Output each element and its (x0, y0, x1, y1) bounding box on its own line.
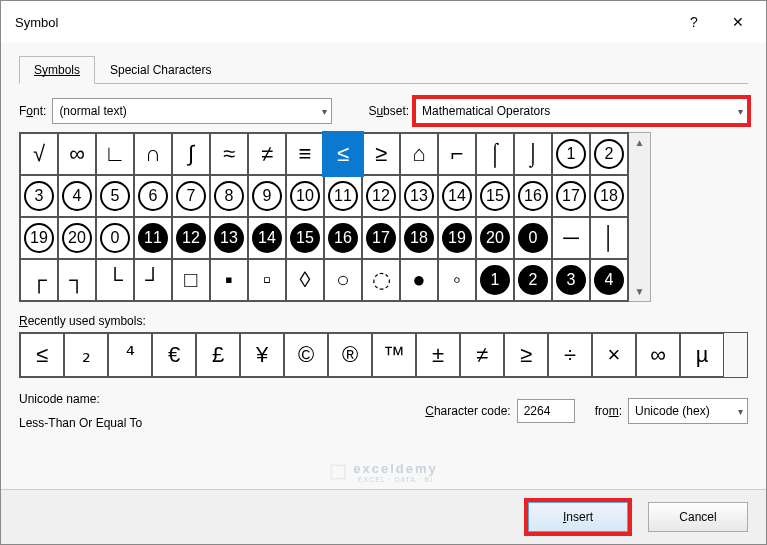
symbol-cell[interactable]: ≤ (324, 133, 362, 175)
symbol-cell[interactable]: 11 (134, 217, 172, 259)
recent-symbol-cell[interactable]: ⁴ (108, 333, 152, 377)
scrollbar[interactable]: ▲ ▼ (629, 132, 651, 302)
symbol-cell[interactable]: ● (400, 259, 438, 301)
scroll-down-icon[interactable]: ▼ (635, 286, 645, 297)
symbol-cell[interactable]: └ (96, 259, 134, 301)
symbol-cell[interactable]: 15 (476, 175, 514, 217)
recent-symbol-cell[interactable]: © (284, 333, 328, 377)
help-button[interactable]: ? (672, 9, 716, 35)
recent-symbol-cell[interactable]: ¥ (240, 333, 284, 377)
recent-symbol-cell[interactable]: µ (680, 333, 724, 377)
symbol-cell[interactable]: ┘ (134, 259, 172, 301)
symbol-cell[interactable]: │ (590, 217, 628, 259)
recent-symbol-cell[interactable]: € (152, 333, 196, 377)
symbol-cell[interactable]: 1 (552, 133, 590, 175)
symbol-cell[interactable]: 9 (248, 175, 286, 217)
symbol-cell[interactable]: 12 (362, 175, 400, 217)
tab-special-characters[interactable]: Special Characters (95, 56, 226, 84)
recent-symbol-cell[interactable]: ± (416, 333, 460, 377)
recent-symbol-cell[interactable]: ® (328, 333, 372, 377)
tab-symbols-label: Symbols (34, 63, 80, 77)
symbol-cell[interactable]: ≈ (210, 133, 248, 175)
symbol-cell[interactable]: ≥ (362, 133, 400, 175)
recent-symbol-cell[interactable]: ≠ (460, 333, 504, 377)
symbol-cell[interactable]: ▫ (248, 259, 286, 301)
recent-symbol-cell[interactable]: ≤ (20, 333, 64, 377)
symbol-cell[interactable]: ∩ (134, 133, 172, 175)
symbol-cell[interactable]: ┐ (58, 259, 96, 301)
symbol-cell[interactable]: ─ (552, 217, 590, 259)
symbol-cell[interactable]: ○ (324, 259, 362, 301)
symbol-cell[interactable]: 12 (172, 217, 210, 259)
insert-button[interactable]: Insert (528, 502, 628, 532)
symbol-cell[interactable]: 4 (58, 175, 96, 217)
symbol-cell[interactable]: 5 (96, 175, 134, 217)
font-subset-row: Font: (normal text) ▾ Subset: Mathematic… (19, 98, 748, 124)
subset-combo[interactable]: Mathematical Operators ▾ (415, 98, 748, 124)
symbol-cell[interactable]: 14 (438, 175, 476, 217)
recent-symbol-cell[interactable]: ÷ (548, 333, 592, 377)
recent-symbol-cell[interactable]: ™ (372, 333, 416, 377)
symbol-cell[interactable]: 20 (58, 217, 96, 259)
symbol-cell[interactable]: 6 (134, 175, 172, 217)
symbol-cell[interactable]: ≡ (286, 133, 324, 175)
symbol-cell[interactable]: ┌ (20, 259, 58, 301)
symbol-cell[interactable]: 2 (590, 133, 628, 175)
symbol-cell[interactable]: 11 (324, 175, 362, 217)
recent-symbol-cell[interactable]: ≥ (504, 333, 548, 377)
font-combo[interactable]: (normal text) ▾ (52, 98, 332, 124)
symbol-cell[interactable]: ▪ (210, 259, 248, 301)
symbol-cell[interactable]: 19 (20, 217, 58, 259)
symbol-cell[interactable]: 18 (400, 217, 438, 259)
char-code-input[interactable]: 2264 (517, 399, 575, 423)
symbol-cell[interactable]: 3 (552, 259, 590, 301)
symbol-cell[interactable]: 0 (96, 217, 134, 259)
symbol-cell[interactable]: ∫ (172, 133, 210, 175)
symbol-cell[interactable]: ∞ (58, 133, 96, 175)
symbol-cell[interactable]: 18 (590, 175, 628, 217)
symbol-cell[interactable]: 2 (514, 259, 552, 301)
scroll-up-icon[interactable]: ▲ (635, 137, 645, 148)
symbol-cell[interactable]: ⌡ (514, 133, 552, 175)
symbol-cell[interactable]: ⌐ (438, 133, 476, 175)
symbol-cell[interactable]: ≠ (248, 133, 286, 175)
recent-symbol-cell[interactable]: ∞ (636, 333, 680, 377)
symbol-cell[interactable]: 3 (20, 175, 58, 217)
symbol-cell[interactable]: 13 (210, 217, 248, 259)
symbol-cell[interactable]: 16 (324, 217, 362, 259)
symbol-cell[interactable]: 7 (172, 175, 210, 217)
recent-label: Recently used symbols: (19, 314, 748, 328)
unicode-name-value: Less-Than Or Equal To (19, 416, 395, 430)
symbol-cell[interactable]: √ (20, 133, 58, 175)
from-combo[interactable]: Unicode (hex) ▾ (628, 398, 748, 424)
symbol-cell[interactable]: 10 (286, 175, 324, 217)
symbol-cell[interactable]: ⌠ (476, 133, 514, 175)
symbol-cell[interactable]: 14 (248, 217, 286, 259)
bottom-row: Unicode name: Less-Than Or Equal To Char… (19, 392, 748, 430)
recent-symbol-cell[interactable]: × (592, 333, 636, 377)
symbol-cell[interactable]: 8 (210, 175, 248, 217)
cancel-button[interactable]: Cancel (648, 502, 748, 532)
symbol-cell[interactable]: 4 (590, 259, 628, 301)
symbol-cell[interactable]: ⌂ (400, 133, 438, 175)
from-label: from: (595, 404, 622, 418)
symbol-cell[interactable]: ◦ (438, 259, 476, 301)
symbol-cell[interactable]: 13 (400, 175, 438, 217)
symbol-cell[interactable]: 19 (438, 217, 476, 259)
symbol-cell[interactable]: 1 (476, 259, 514, 301)
symbol-cell[interactable]: ◊ (286, 259, 324, 301)
symbol-cell[interactable]: ∟ (96, 133, 134, 175)
symbol-cell[interactable]: 16 (514, 175, 552, 217)
symbol-cell[interactable]: 17 (362, 217, 400, 259)
symbol-cell[interactable]: 0 (514, 217, 552, 259)
symbol-cell[interactable]: ◌ (362, 259, 400, 301)
tab-symbols[interactable]: Symbols (19, 56, 95, 84)
symbol-cell[interactable]: □ (172, 259, 210, 301)
symbol-cell[interactable]: 15 (286, 217, 324, 259)
close-button[interactable]: ✕ (716, 9, 760, 35)
symbol-cell[interactable]: 20 (476, 217, 514, 259)
recent-symbol-cell[interactable]: ₂ (64, 333, 108, 377)
symbol-cell[interactable]: 17 (552, 175, 590, 217)
recent-symbol-cell[interactable]: £ (196, 333, 240, 377)
subset-label: Subset: (368, 104, 409, 118)
